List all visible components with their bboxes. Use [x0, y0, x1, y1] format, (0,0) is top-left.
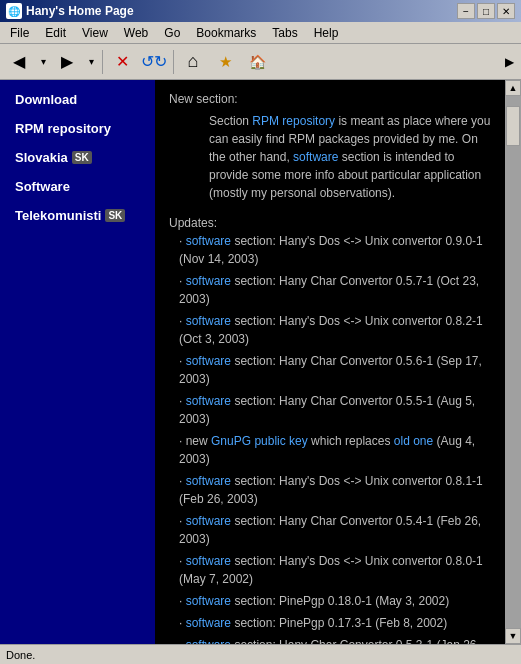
- new-section-header: New section:: [169, 92, 238, 106]
- update-3-link[interactable]: software: [186, 314, 231, 328]
- rpm-link[interactable]: RPM repository: [252, 114, 335, 128]
- slovakia-badge: SK: [72, 151, 92, 164]
- title-bar-left: 🌐 Hany's Home Page: [6, 3, 134, 19]
- sidebar-label-download: Download: [15, 92, 77, 107]
- update-11: software section: PinePgp 0.17.3-1 (Feb …: [169, 614, 491, 632]
- update-9: software section: Hany's Dos <-> Unix co…: [169, 552, 491, 588]
- go-button[interactable]: 🏠: [242, 48, 272, 76]
- update-2-link[interactable]: software: [186, 274, 231, 288]
- update-12: software section: Hany Char Convertor 0.…: [169, 636, 491, 644]
- menu-bookmarks[interactable]: Bookmarks: [190, 24, 262, 42]
- update-3: software section: Hany's Dos <-> Unix co…: [169, 312, 491, 348]
- toolbar: ◀ ▾ ▶ ▾ ✕ ↺↻ ⌂ ★ 🏠 ▶: [0, 44, 521, 80]
- menu-web[interactable]: Web: [118, 24, 154, 42]
- update-1-link[interactable]: software: [186, 234, 231, 248]
- menu-edit[interactable]: Edit: [39, 24, 72, 42]
- toolbar-separator-2: [173, 50, 174, 74]
- scroll-down-button[interactable]: ▼: [505, 628, 521, 644]
- menu-view[interactable]: View: [76, 24, 114, 42]
- update-6-prefix: new: [186, 434, 211, 448]
- refresh-button[interactable]: ↺↻: [139, 48, 169, 76]
- content-area[interactable]: New section: Section RPM repository is m…: [155, 80, 505, 644]
- maximize-button[interactable]: □: [477, 3, 495, 19]
- update-7-link[interactable]: software: [186, 474, 231, 488]
- update-7: software section: Hany's Dos <-> Unix co…: [169, 472, 491, 508]
- app-icon: 🌐: [6, 3, 22, 19]
- update-5-link[interactable]: software: [186, 394, 231, 408]
- update-10: software section: PinePgp 0.18.0-1 (May …: [169, 592, 491, 610]
- sidebar-item-slovakia[interactable]: Slovakia SK: [0, 146, 155, 169]
- update-8: software section: Hany Char Convertor 0.…: [169, 512, 491, 548]
- home-button[interactable]: ⌂: [178, 48, 208, 76]
- update-6: new GnuPG public key which replaces old …: [169, 432, 491, 468]
- minimize-button[interactable]: −: [457, 3, 475, 19]
- update-1: software section: Hany's Dos <-> Unix co…: [169, 232, 491, 268]
- new-section-body: Section RPM repository is meant as place…: [209, 112, 491, 202]
- updates-block: Updates: software section: Hany's Dos <-…: [169, 214, 491, 644]
- update-10-link[interactable]: software: [186, 594, 231, 608]
- sidebar-label-slovakia: Slovakia: [15, 150, 68, 165]
- toolbar-separator-1: [102, 50, 103, 74]
- scroll-track[interactable]: [505, 96, 521, 628]
- telekomunisti-badge: SK: [105, 209, 125, 222]
- update-4-link[interactable]: software: [186, 354, 231, 368]
- update-9-link[interactable]: software: [186, 554, 231, 568]
- update-11-text: section: PinePgp 0.17.3-1 (Feb 8, 2002): [234, 616, 447, 630]
- update-6-mid: which replaces: [308, 434, 394, 448]
- back-button[interactable]: ◀: [4, 48, 34, 76]
- update-4: software section: Hany Char Convertor 0.…: [169, 352, 491, 388]
- sidebar-item-rpm[interactable]: RPM repository: [0, 117, 155, 140]
- update-11-link[interactable]: software: [186, 616, 231, 630]
- gnupg-link[interactable]: GnuPG public key: [211, 434, 308, 448]
- sidebar-item-telekomunisti[interactable]: Telekomunisti SK: [0, 204, 155, 227]
- close-button[interactable]: ✕: [497, 3, 515, 19]
- status-bar: Done.: [0, 644, 521, 664]
- old-one-link[interactable]: old one: [394, 434, 433, 448]
- forward-dropdown[interactable]: ▾: [84, 48, 98, 76]
- update-10-text: section: PinePgp 0.18.0-1 (May 3, 2002): [234, 594, 449, 608]
- title-bar: 🌐 Hany's Home Page − □ ✕: [0, 0, 521, 22]
- status-text: Done.: [6, 649, 35, 661]
- scrollbar[interactable]: ▲ ▼: [505, 80, 521, 644]
- software-link-intro[interactable]: software: [293, 150, 338, 164]
- section-text-1: Section: [209, 114, 252, 128]
- update-12-link[interactable]: software: [186, 638, 231, 644]
- menu-bar: File Edit View Web Go Bookmarks Tabs Hel…: [0, 22, 521, 44]
- toolbar-overflow[interactable]: ▶: [501, 48, 517, 76]
- title-bar-buttons: − □ ✕: [457, 3, 515, 19]
- menu-tabs[interactable]: Tabs: [266, 24, 303, 42]
- sidebar-label-software: Software: [15, 179, 70, 194]
- sidebar: Download RPM repository Slovakia SK Soft…: [0, 80, 155, 644]
- stop-button[interactable]: ✕: [107, 48, 137, 76]
- main-area: Download RPM repository Slovakia SK Soft…: [0, 80, 521, 644]
- update-5: software section: Hany Char Convertor 0.…: [169, 392, 491, 428]
- forward-button[interactable]: ▶: [52, 48, 82, 76]
- menu-help[interactable]: Help: [308, 24, 345, 42]
- sidebar-label-telekomunisti: Telekomunisti: [15, 208, 101, 223]
- update-8-link[interactable]: software: [186, 514, 231, 528]
- scroll-up-button[interactable]: ▲: [505, 80, 521, 96]
- menu-file[interactable]: File: [4, 24, 35, 42]
- scroll-thumb[interactable]: [506, 106, 520, 146]
- window-title: Hany's Home Page: [26, 4, 134, 18]
- menu-go[interactable]: Go: [158, 24, 186, 42]
- new-section-block: New section: Section RPM repository is m…: [169, 90, 491, 202]
- sidebar-label-rpm: RPM repository: [15, 121, 111, 136]
- sidebar-item-software[interactable]: Software: [0, 175, 155, 198]
- sidebar-item-download[interactable]: Download: [0, 88, 155, 111]
- back-dropdown[interactable]: ▾: [36, 48, 50, 76]
- updates-header: Updates:: [169, 216, 217, 230]
- bookmark-button[interactable]: ★: [210, 48, 240, 76]
- update-2: software section: Hany Char Convertor 0.…: [169, 272, 491, 308]
